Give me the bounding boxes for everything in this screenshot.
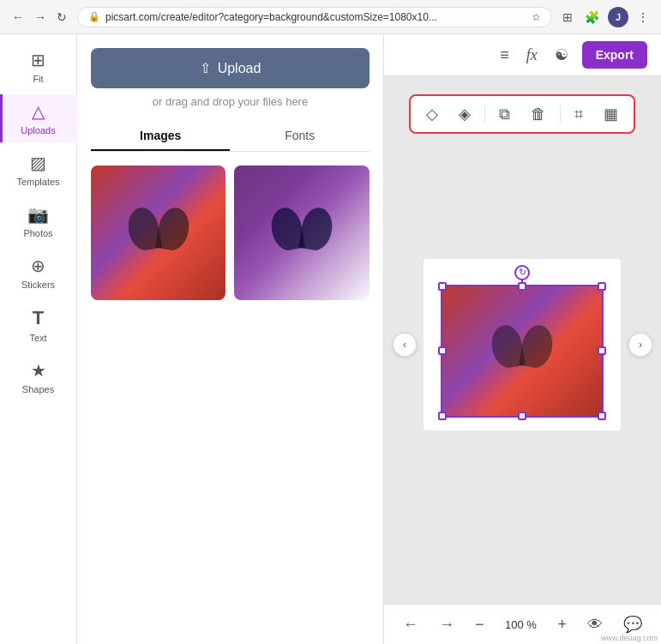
- sidebar-label-fit: Fit: [33, 74, 43, 84]
- fx-icon-btn[interactable]: fx: [523, 43, 541, 68]
- sidebar-item-photos[interactable]: 📷 Photos: [4, 197, 73, 245]
- butterfly-image-2: [234, 166, 369, 300]
- rotate-handle[interactable]: ↻: [514, 265, 530, 280]
- sidebar-label-uploads: Uploads: [21, 125, 55, 135]
- star-icon: ☆: [532, 11, 541, 23]
- image-thumb-1[interactable]: [91, 166, 225, 300]
- watermark: www.deuag.com: [598, 632, 661, 644]
- stickers-icon: ⊕: [31, 256, 45, 276]
- handle-middle-right[interactable]: [598, 346, 606, 355]
- canvas-selected-image[interactable]: ↻: [441, 285, 604, 418]
- upload-button-label: Upload: [218, 61, 261, 76]
- toolbar-divider-2: [560, 105, 561, 123]
- zoom-level: 100 %: [499, 618, 542, 631]
- crop-tool-btn[interactable]: ⌗: [568, 102, 590, 127]
- sidebar-item-templates[interactable]: ▨ Templates: [4, 146, 73, 194]
- photos-icon: 📷: [27, 204, 49, 225]
- sidebar-label-stickers: Stickers: [21, 280, 55, 290]
- canvas-butterfly-shape: [488, 321, 556, 381]
- app: ⊞ Fit △ Uploads ▨ Templates 📷 Photos ⊕ S…: [0, 34, 661, 644]
- extensions-btn[interactable]: ⊞: [559, 9, 576, 26]
- handle-bottom-middle[interactable]: [518, 412, 526, 420]
- sidebar-item-uploads[interactable]: △ Uploads: [0, 94, 77, 142]
- sidebar-label-text: Text: [29, 333, 46, 343]
- sidebar-item-fit[interactable]: ⊞ Fit: [4, 43, 73, 91]
- canvas-nav-left[interactable]: ‹: [393, 333, 417, 357]
- handle-top-left[interactable]: [438, 282, 447, 291]
- tab-fonts[interactable]: Fonts: [230, 122, 369, 151]
- text-icon: T: [33, 307, 44, 329]
- canvas-content: ‹ ↻ ›: [384, 85, 661, 604]
- erase-bg-tool-btn[interactable]: ◈: [452, 101, 478, 127]
- shapes-icon: ★: [31, 360, 46, 381]
- nav-buttons: ← → ↻: [9, 9, 70, 26]
- image-thumb-2[interactable]: [234, 166, 369, 300]
- redo-button[interactable]: →: [434, 612, 460, 637]
- browser-actions: ⊞ 🧩 J ⋮: [559, 7, 652, 27]
- forward-button[interactable]: →: [31, 9, 50, 26]
- address-bar[interactable]: 🔒 picsart.com/create/editor?category=bac…: [77, 7, 552, 27]
- left-panel: ⇧ Upload or drag and drop your files her…: [77, 34, 384, 644]
- sidebar-item-shapes[interactable]: ★ Shapes: [4, 353, 73, 401]
- back-button[interactable]: ←: [9, 9, 27, 26]
- handle-bottom-right[interactable]: [598, 412, 606, 420]
- profile-extension-btn[interactable]: 🧩: [581, 9, 603, 26]
- sidebar: ⊞ Fit △ Uploads ▨ Templates 📷 Photos ⊕ S…: [0, 34, 77, 644]
- upload-button[interactable]: ⇧ Upload: [91, 48, 370, 88]
- sidebar-item-stickers[interactable]: ⊕ Stickers: [4, 249, 73, 297]
- butterfly-image-1: [91, 166, 225, 300]
- reload-button[interactable]: ↻: [53, 9, 70, 26]
- drag-drop-text: or drag and drop your files here: [91, 95, 370, 108]
- tabs: Images Fonts: [91, 122, 370, 152]
- erase-tool-btn[interactable]: ◇: [419, 101, 445, 127]
- sidebar-label-shapes: Shapes: [22, 384, 54, 394]
- templates-icon: ▨: [30, 153, 46, 173]
- upload-icon: △: [32, 101, 45, 122]
- zoom-out-button[interactable]: −: [470, 612, 490, 637]
- edit-tool-btn[interactable]: ▦: [597, 101, 625, 127]
- ai-icon-btn[interactable]: ☯: [551, 42, 572, 68]
- settings-icon-btn[interactable]: ≡: [496, 43, 513, 68]
- action-toolbar: ◇ ◈ ⧉ 🗑 ⌗ ▦: [409, 94, 635, 134]
- butterfly-shape-1: [124, 203, 193, 263]
- sidebar-item-text[interactable]: T Text: [4, 300, 73, 350]
- delete-tool-btn[interactable]: 🗑: [524, 102, 553, 127]
- zoom-in-button[interactable]: +: [552, 612, 572, 637]
- tab-images[interactable]: Images: [91, 122, 230, 151]
- export-button[interactable]: Export: [582, 41, 647, 69]
- butterfly-shape-2: [267, 203, 336, 263]
- image-grid: [91, 166, 370, 300]
- canvas-frame[interactable]: ↻: [424, 259, 621, 430]
- sidebar-label-templates: Templates: [16, 177, 59, 187]
- more-btn[interactable]: ⋮: [634, 9, 652, 26]
- duplicate-tool-btn[interactable]: ⧉: [492, 102, 517, 127]
- upload-arrow-icon: ⇧: [200, 60, 211, 76]
- handle-bottom-left[interactable]: [438, 412, 447, 420]
- user-avatar[interactable]: J: [608, 7, 628, 27]
- toolbar-divider-1: [484, 105, 485, 123]
- handle-middle-left[interactable]: [438, 346, 447, 355]
- canvas-nav-right[interactable]: ›: [628, 333, 652, 357]
- browser-bar: ← → ↻ 🔒 picsart.com/create/editor?catego…: [0, 0, 661, 34]
- top-toolbar: ≡ fx ☯ Export: [384, 34, 661, 76]
- fit-icon: ⊞: [31, 50, 45, 70]
- handle-top-middle[interactable]: [518, 282, 526, 291]
- undo-button[interactable]: ←: [398, 612, 424, 637]
- sidebar-label-photos: Photos: [23, 228, 52, 238]
- handle-top-right[interactable]: [598, 282, 606, 291]
- canvas-area: ≡ fx ☯ Export ◇ ◈ ⧉ 🗑 ⌗ ▦ ‹: [384, 34, 661, 644]
- lock-icon: 🔒: [88, 11, 100, 22]
- url-text: picsart.com/create/editor?category=backg…: [105, 11, 526, 23]
